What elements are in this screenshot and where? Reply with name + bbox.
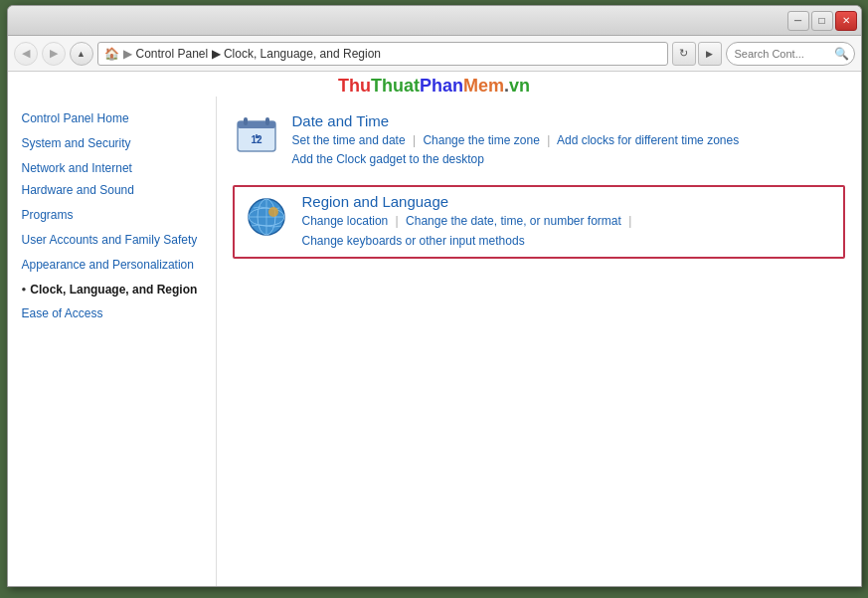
- region-language-icon: [243, 193, 290, 241]
- sidebar-item-programs[interactable]: Programs: [8, 203, 216, 228]
- close-button[interactable]: ✕: [835, 11, 857, 31]
- address-input[interactable]: 🏠 ▶ Control Panel ▶ Clock, Language, and…: [97, 42, 668, 66]
- change-location-link[interactable]: Change location: [302, 214, 389, 228]
- search-icon: 🔍: [834, 47, 849, 61]
- change-date-format-link[interactable]: Change the date, time, or number format: [406, 214, 621, 228]
- region-language-links: Change location | Change the date, time,…: [302, 212, 835, 250]
- sidebar-item-network-internet[interactable]: Network and Internet: [8, 156, 216, 179]
- main-area: Control Panel Home System and Security N…: [8, 97, 861, 586]
- sidebar-item-appearance[interactable]: Appearance and Personalization: [8, 253, 216, 278]
- date-time-icon: 12: [233, 112, 280, 160]
- watermark-text: ThuThuatPhanMem.vn: [338, 76, 530, 96]
- svg-point-7: [256, 136, 258, 138]
- sidebar: Control Panel Home System and Security N…: [8, 97, 217, 586]
- sidebar-item-hardware-sound[interactable]: Hardware and Sound: [8, 178, 216, 203]
- date-time-content: Date and Time Set the time and date | Ch…: [292, 112, 845, 169]
- svg-rect-2: [244, 117, 248, 125]
- minimize-button[interactable]: ─: [787, 11, 809, 31]
- refresh-button[interactable]: ↻: [672, 42, 696, 66]
- region-language-block: Region and Language Change location | Ch…: [233, 185, 845, 258]
- clock-svg: 12: [236, 115, 277, 157]
- change-timezone-link[interactable]: Change the time zone: [423, 133, 539, 147]
- address-path: Control Panel ▶ Clock, Language, and Reg…: [136, 47, 382, 61]
- title-bar: ─ □ ✕: [8, 6, 861, 36]
- region-language-content: Region and Language Change location | Ch…: [302, 193, 835, 250]
- svg-rect-1: [238, 121, 275, 128]
- add-clock-gadget-link[interactable]: Add the Clock gadget to the desktop: [292, 152, 484, 166]
- change-keyboards-link[interactable]: Change keyboards or other input methods: [302, 234, 525, 248]
- go-button[interactable]: ▶: [698, 42, 722, 66]
- sidebar-item-user-accounts[interactable]: User Accounts and Family Safety: [8, 228, 216, 253]
- sidebar-item-control-panel-home[interactable]: Control Panel Home: [8, 106, 216, 131]
- sidebar-item-ease-of-access[interactable]: Ease of Access: [8, 301, 216, 326]
- date-time-title[interactable]: Date and Time: [292, 112, 845, 129]
- window-controls: ─ □ ✕: [787, 11, 857, 31]
- address-bar: ◀ ▶ ▲ 🏠 ▶ Control Panel ▶ Clock, Languag…: [8, 36, 861, 72]
- back-button[interactable]: ◀: [14, 42, 38, 66]
- maximize-button[interactable]: □: [811, 11, 833, 31]
- search-wrap: 🔍: [726, 42, 855, 66]
- set-time-date-link[interactable]: Set the time and date: [292, 133, 406, 147]
- svg-point-13: [268, 207, 278, 217]
- forward-button[interactable]: ▶: [42, 42, 66, 66]
- add-clocks-link[interactable]: Add clocks for different time zones: [557, 133, 739, 147]
- main-window: ─ □ ✕ ◀ ▶ ▲ 🏠 ▶ Control Panel ▶ Clock, L…: [7, 5, 862, 587]
- region-language-title[interactable]: Region and Language: [302, 193, 835, 210]
- content-area: 12 Date and Time Set the time and date |…: [217, 97, 861, 586]
- watermark-bar: ThuThuatPhanMem.vn: [8, 72, 861, 97]
- date-time-block: 12 Date and Time Set the time and date |…: [233, 106, 845, 175]
- globe-svg: [246, 196, 287, 238]
- svg-rect-3: [265, 117, 269, 125]
- sidebar-item-system-security[interactable]: System and Security: [8, 131, 216, 156]
- sidebar-item-clock-language[interactable]: Clock, Language, and Region: [8, 278, 216, 302]
- up-button[interactable]: ▲: [70, 42, 93, 66]
- date-time-links: Set the time and date | Change the time …: [292, 131, 845, 169]
